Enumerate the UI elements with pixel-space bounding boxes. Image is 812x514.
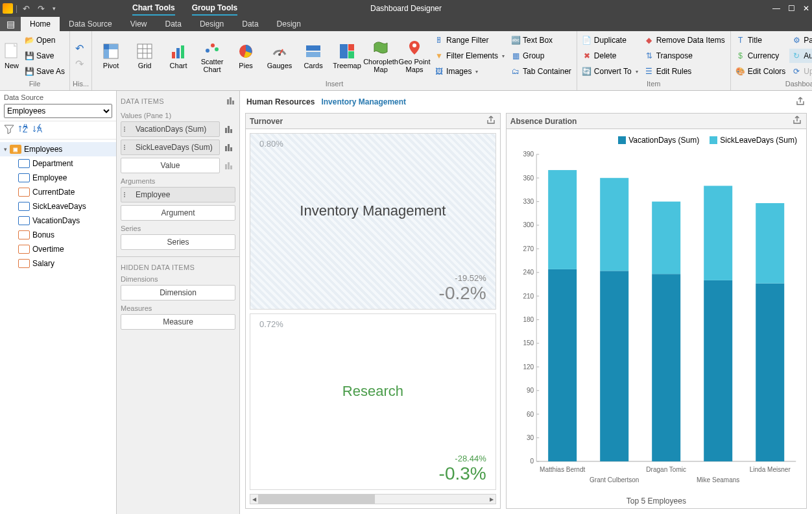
argument-slot-empty[interactable]: Argument bbox=[121, 205, 235, 221]
update-button[interactable]: ⟳Update bbox=[789, 64, 812, 79]
series-slot-empty[interactable]: Series bbox=[121, 234, 235, 250]
insert-choropleth-map[interactable]: Choropleth Map bbox=[364, 32, 397, 79]
text-box-button[interactable]: 🔤Text Box bbox=[508, 33, 574, 47]
svg-rect-31 bbox=[232, 101, 234, 104]
dimension-slot-empty[interactable]: Dimension bbox=[121, 285, 235, 300]
new-button[interactable]: New bbox=[3, 32, 21, 79]
field-sickleavedays[interactable]: 123SickLeaveDays bbox=[0, 199, 116, 214]
sort-asc-icon[interactable]: AZ bbox=[18, 124, 29, 136]
edit-rules-button[interactable]: ☰Edit Rules bbox=[642, 64, 728, 79]
context-tab-chart[interactable]: Chart Tools bbox=[132, 3, 175, 16]
file-menu-button[interactable]: ▤ bbox=[0, 17, 21, 31]
sort-desc-icon[interactable]: ZA bbox=[32, 124, 43, 136]
collapse-icon[interactable]: ▾ bbox=[4, 146, 7, 153]
field-bonus[interactable]: 1.2Bonus bbox=[0, 228, 116, 242]
turnover-card: Turnover 0.80% Inventory Management -19.… bbox=[245, 113, 501, 509]
field-overtime[interactable]: 1.2Overtime bbox=[0, 242, 116, 256]
svg-text:330: 330 bbox=[523, 197, 534, 205]
breadcrumb-b[interactable]: Inventory Management bbox=[321, 97, 406, 106]
field-vacationdays[interactable]: 123VacationDays bbox=[0, 214, 116, 228]
parameters-button[interactable]: ⚙Parameters bbox=[789, 33, 812, 47]
range-filter-button[interactable]: 🎚Range Filter bbox=[432, 33, 507, 47]
group-label-dashboard: Dashboard bbox=[734, 80, 812, 90]
insert-geo-point-maps[interactable]: Geo Point Maps bbox=[398, 32, 431, 79]
save-button[interactable]: 💾Save bbox=[22, 49, 67, 63]
duplicate-button[interactable]: 📄Duplicate bbox=[580, 33, 641, 47]
tab-design-2[interactable]: Design bbox=[268, 17, 310, 31]
field-department[interactable]: abDepartment bbox=[0, 156, 116, 171]
argument-slot-1[interactable]: Employee bbox=[121, 187, 235, 202]
qat-dropdown-icon[interactable]: ▾ bbox=[50, 5, 58, 12]
insert-pies[interactable]: Pies bbox=[230, 32, 262, 79]
minimize-icon[interactable]: — bbox=[772, 4, 780, 13]
maximize-icon[interactable]: ☐ bbox=[788, 4, 795, 13]
insert-gauges[interactable]: Gauges bbox=[263, 32, 296, 79]
scroll-thumb[interactable] bbox=[258, 495, 375, 504]
kpi-research[interactable]: 0.72% Research -28.44%-0.3% bbox=[250, 313, 496, 490]
svg-rect-29 bbox=[227, 99, 229, 104]
currency-button[interactable]: $Currency bbox=[734, 49, 789, 63]
folder-icon: 📂 bbox=[25, 36, 34, 45]
kpi-inventory[interactable]: 0.80% Inventory Management -19.52%-0.2% bbox=[250, 133, 496, 310]
value-slot-2[interactable]: SickLeaveDays (Sum) bbox=[121, 140, 220, 155]
images-button[interactable]: 🖼Images▾ bbox=[432, 64, 507, 79]
tab-view[interactable]: View bbox=[121, 17, 156, 31]
remove-data-items-button[interactable]: ◆Remove Data Items bbox=[642, 33, 728, 47]
filter-icon[interactable] bbox=[4, 124, 14, 136]
field-currentdate[interactable]: ◔CurrentDate bbox=[0, 185, 116, 199]
svg-point-15 bbox=[215, 47, 219, 51]
field-type-icon: 1.2 bbox=[18, 259, 30, 268]
svg-text:0: 0 bbox=[530, 457, 534, 465]
breadcrumb-a[interactable]: Human Resources bbox=[246, 97, 315, 106]
turnover-export-icon[interactable] bbox=[486, 115, 496, 127]
svg-rect-35 bbox=[225, 146, 227, 151]
measures-label: Measures bbox=[121, 304, 235, 312]
tab-data-1[interactable]: Data bbox=[156, 17, 191, 31]
undo-icon[interactable]: ↶ bbox=[20, 4, 32, 14]
value-slot-empty-opts[interactable] bbox=[222, 158, 235, 173]
tab-design-1[interactable]: Design bbox=[191, 17, 233, 31]
edit-colors-button[interactable]: 🎨Edit Colors bbox=[734, 64, 789, 79]
context-tab-group[interactable]: Group Tools bbox=[192, 3, 237, 16]
insert-treemap[interactable]: Treemap bbox=[331, 32, 363, 79]
redo-icon[interactable]: ↷ bbox=[35, 4, 47, 14]
field-employee[interactable]: abEmployee bbox=[0, 171, 116, 185]
value-slot-empty[interactable]: Value bbox=[121, 158, 220, 173]
open-button[interactable]: 📂Open bbox=[22, 33, 67, 47]
tab-home[interactable]: Home bbox=[21, 17, 60, 31]
insert-grid[interactable]: Grid bbox=[128, 32, 161, 79]
convert-to-button[interactable]: 🔄Convert To▾ bbox=[580, 64, 641, 79]
tab-datasource[interactable]: Data Source bbox=[60, 17, 121, 31]
dataitems-options-icon[interactable] bbox=[226, 96, 235, 107]
tab-data-2[interactable]: Data bbox=[233, 17, 267, 31]
scroll-left-icon[interactable]: ◀ bbox=[250, 495, 258, 504]
datasource-select[interactable]: Employees bbox=[4, 104, 112, 118]
value-slot-2-opts[interactable] bbox=[222, 140, 235, 155]
tab-container-button[interactable]: 🗂Tab Container bbox=[508, 64, 574, 79]
insert-pivot[interactable]: Pivot bbox=[95, 32, 127, 79]
value-slot-1[interactable]: VacationDays (Sum) bbox=[121, 121, 220, 137]
group-button[interactable]: ▦Group bbox=[508, 49, 574, 63]
title-button[interactable]: TTitle bbox=[734, 33, 789, 47]
filter-elements-button[interactable]: ▼Filter Elements▾ bbox=[432, 49, 507, 63]
scroll-right-icon[interactable]: ▶ bbox=[488, 495, 496, 504]
insert-cards[interactable]: Cards bbox=[297, 32, 329, 79]
insert-scatter-chart[interactable]: Scatter Chart bbox=[196, 32, 228, 79]
delete-button[interactable]: ✖Delete bbox=[580, 49, 641, 63]
export-dashboard-icon[interactable] bbox=[795, 96, 806, 108]
insert-chart[interactable]: Chart bbox=[162, 32, 195, 79]
close-icon[interactable]: ✕ bbox=[803, 4, 809, 13]
redo-button[interactable]: ↷ bbox=[73, 56, 86, 71]
automatic-updates-button[interactable]: ↻Automatic Updates bbox=[789, 49, 812, 63]
transpose-button[interactable]: ⇅Transpose bbox=[642, 49, 728, 63]
saveas-button[interactable]: 💾Save As bbox=[22, 64, 67, 79]
tree-root[interactable]: ▾ ▣ Employees bbox=[0, 142, 116, 156]
absence-export-icon[interactable] bbox=[792, 115, 802, 127]
undo-button[interactable]: ↶ bbox=[73, 41, 86, 55]
value-slot-1-opts[interactable] bbox=[222, 121, 235, 137]
measure-slot-empty[interactable]: Measure bbox=[121, 314, 235, 330]
turnover-hscroll[interactable]: ◀ ▶ bbox=[250, 494, 496, 504]
field-salary[interactable]: 1.2Salary bbox=[0, 256, 116, 271]
new-icon bbox=[3, 42, 21, 60]
dropdown-icon: ▾ bbox=[475, 69, 478, 75]
